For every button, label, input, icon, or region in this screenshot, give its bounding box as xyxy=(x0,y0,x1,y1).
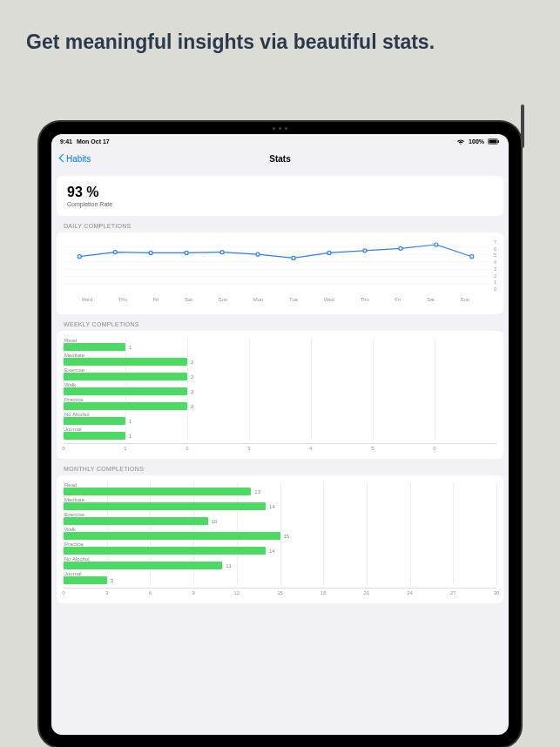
battery-icon xyxy=(488,138,500,145)
bar-value: 15 xyxy=(284,534,290,539)
bar-value: 3 xyxy=(111,578,113,583)
xaxis-tick: Fri xyxy=(152,297,159,302)
xaxis-tick: Fri xyxy=(395,297,401,302)
svg-point-12 xyxy=(113,251,117,254)
bar-fill xyxy=(64,562,222,569)
xaxis-tick: 6 xyxy=(149,590,152,596)
svg-point-21 xyxy=(435,243,438,246)
bar-fill xyxy=(64,343,125,351)
xaxis-tick: Wed xyxy=(82,297,92,302)
xaxis-tick: Sat xyxy=(427,297,435,302)
bar-fill xyxy=(64,547,266,555)
yaxis-tick: 2 xyxy=(494,273,496,279)
bar-value: 14 xyxy=(269,548,275,554)
xaxis-tick: Sun xyxy=(460,297,469,302)
bar-fill xyxy=(64,373,187,380)
svg-rect-1 xyxy=(489,140,497,144)
xaxis-tick: Sun xyxy=(219,297,228,302)
daily-chart-card: WedThuFriSatSunMonTueWedThuFriSatSun 765… xyxy=(57,232,503,314)
xaxis-tick: 0 xyxy=(62,446,64,451)
weekly-bar-chart: Read1Meditate2Exercise2Walk2Practice2No … xyxy=(64,338,496,452)
status-date: Mon Oct 17 xyxy=(77,138,110,145)
svg-point-20 xyxy=(399,246,402,250)
bar-value: 11 xyxy=(226,563,232,569)
xaxis-tick: Wed xyxy=(324,297,334,302)
bar-value: 1 xyxy=(129,419,132,424)
bar-fill xyxy=(64,402,187,410)
bar-row: Read1 xyxy=(64,338,496,351)
svg-point-15 xyxy=(220,251,224,254)
xaxis-tick: 3 xyxy=(105,590,108,596)
xaxis-tick: 6 xyxy=(433,446,435,451)
xaxis-tick: 4 xyxy=(309,446,312,451)
xaxis-tick: 21 xyxy=(364,590,370,596)
bar-row: Meditate2 xyxy=(64,353,496,366)
monthly-bar-chart: Read13Meditate14Exercise10Walk15Practice… xyxy=(64,482,496,596)
nav-bar: Habits Stats xyxy=(51,146,509,171)
xaxis-tick: 2 xyxy=(186,446,188,451)
xaxis-tick: 24 xyxy=(407,590,413,596)
chevron-left-icon xyxy=(58,153,64,164)
bar-value: 2 xyxy=(191,360,193,365)
yaxis-tick: 5 xyxy=(494,252,496,258)
xaxis-tick: 27 xyxy=(450,590,456,596)
xaxis-tick: Sat xyxy=(185,297,192,302)
xaxis-tick: 9 xyxy=(192,590,194,596)
yaxis-tick: 7 xyxy=(494,239,496,245)
svg-point-16 xyxy=(256,252,260,256)
bar-fill xyxy=(64,502,266,510)
svg-point-19 xyxy=(363,249,367,252)
yaxis-tick: 4 xyxy=(494,259,496,265)
status-bar: 9:41 Mon Oct 17 100% xyxy=(51,134,509,146)
svg-point-13 xyxy=(149,251,152,254)
xaxis-tick: 3 xyxy=(247,446,250,451)
svg-point-11 xyxy=(78,255,81,259)
bar-value: 2 xyxy=(191,389,193,394)
bar-fill xyxy=(64,417,125,425)
bar-value: 10 xyxy=(212,519,218,524)
content-scroll[interactable]: 93 % Completion Rate DAILY COMPLETIONS W… xyxy=(51,171,509,735)
monthly-chart-card: Read13Meditate14Exercise10Walk15Practice… xyxy=(57,475,503,603)
wifi-icon xyxy=(456,138,465,145)
xaxis-tick: 15 xyxy=(277,590,283,596)
section-title-weekly: WEEKLY COMPLETIONS xyxy=(64,321,503,327)
yaxis-tick: 1 xyxy=(494,279,496,285)
completion-rate-value: 93 % xyxy=(67,185,493,200)
back-button[interactable]: Habits xyxy=(58,153,91,164)
screen: 9:41 Mon Oct 17 100% Habits Stats xyxy=(51,134,509,735)
xaxis-tick: 18 xyxy=(320,590,327,596)
bar-fill xyxy=(64,532,280,540)
completion-rate-card: 93 % Completion Rate xyxy=(57,176,503,216)
bar-fill xyxy=(64,432,125,440)
status-time: 9:41 xyxy=(60,138,72,145)
marketing-headline: Get meaningful insights via beautiful st… xyxy=(26,30,534,54)
bar-value: 1 xyxy=(129,434,132,439)
daily-line-chart: WedThuFriSatSunMonTueWedThuFriSatSun 765… xyxy=(64,239,496,307)
completion-rate-label: Completion Rate xyxy=(67,201,493,207)
xaxis-tick: Mon xyxy=(253,297,264,302)
svg-point-22 xyxy=(470,255,474,259)
bar-row: Exercise2 xyxy=(64,367,496,380)
xaxis-tick: Thu xyxy=(360,297,368,302)
bar-fill xyxy=(64,517,208,525)
device-button-ridge xyxy=(521,104,524,148)
xaxis-tick: Thu xyxy=(118,297,127,302)
bar-row: Practice2 xyxy=(64,397,496,410)
section-title-monthly: MONTHLY COMPLETIONS xyxy=(64,466,503,472)
yaxis-tick: 6 xyxy=(494,246,496,252)
svg-point-18 xyxy=(327,251,331,254)
bar-value: 14 xyxy=(269,504,275,509)
section-title-daily: DAILY COMPLETIONS xyxy=(64,223,503,229)
svg-point-14 xyxy=(185,251,188,254)
bar-fill xyxy=(64,358,187,366)
camera-bar xyxy=(246,125,315,131)
xaxis-tick: 5 xyxy=(371,446,374,451)
bar-fill xyxy=(64,576,107,584)
back-label: Habits xyxy=(66,154,91,164)
page-title: Stats xyxy=(269,154,290,164)
yaxis-tick: 3 xyxy=(494,266,496,272)
status-battery-pct: 100% xyxy=(469,138,484,145)
xaxis-tick: Tue xyxy=(289,297,298,302)
bar-value: 13 xyxy=(254,489,260,495)
bar-row: Walk2 xyxy=(64,382,496,395)
